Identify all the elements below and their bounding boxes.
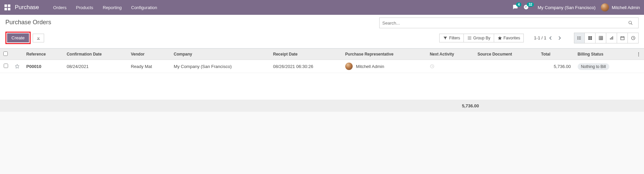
svg-rect-12 (588, 36, 590, 38)
menu-reporting[interactable]: Reporting (98, 5, 126, 10)
filters-label: Filters (449, 36, 460, 40)
table-row[interactable]: P00010 08/24/2021 Ready Mat My Company (… (0, 60, 644, 73)
import-button[interactable] (33, 34, 44, 42)
svg-rect-22 (611, 37, 612, 40)
messages-badge: 4 (516, 2, 521, 7)
main-menu: Orders Products Reporting Configuration (49, 5, 162, 10)
cell-source-document (474, 60, 538, 73)
header-checkbox[interactable] (0, 49, 11, 60)
svg-rect-21 (610, 38, 611, 40)
svg-rect-3 (8, 8, 10, 10)
cell-purchase-rep: Mitchell Admin (342, 60, 426, 73)
create-highlight: Create (5, 32, 31, 44)
svg-rect-9 (579, 38, 581, 38)
svg-rect-11 (579, 39, 581, 39)
app-name[interactable]: Purchase (15, 4, 39, 11)
svg-rect-2 (4, 8, 7, 10)
svg-point-10 (577, 39, 578, 39)
col-confirmation-date[interactable]: Confirmation Date (63, 49, 128, 60)
svg-rect-1 (8, 4, 10, 7)
pager: 1-1 / 1 (534, 34, 564, 42)
favorites-button[interactable]: Favorites (494, 34, 524, 42)
billing-status-badge: Nothing to Bill (578, 63, 609, 70)
cell-reference: P00010 (23, 60, 63, 73)
search-box[interactable] (379, 18, 639, 28)
menu-products[interactable]: Products (71, 5, 98, 10)
svg-point-8 (577, 37, 578, 38)
cell-next-activity-icon[interactable] (426, 60, 474, 73)
activities-badge: 32 (527, 2, 534, 7)
col-total[interactable]: Total (538, 49, 574, 60)
cell-billing-status: Nothing to Bill (574, 60, 633, 73)
footer-total: 5,736.00 (449, 100, 482, 112)
menu-configuration[interactable]: Configuration (126, 5, 162, 10)
calendar-view-icon[interactable] (617, 33, 628, 43)
activities-icon[interactable]: 32 (523, 4, 529, 11)
svg-point-4 (629, 21, 632, 24)
view-switcher (574, 33, 639, 43)
favorites-label: Favorites (504, 36, 520, 40)
groupby-label: Group By (473, 36, 490, 40)
select-all-checkbox[interactable] (3, 51, 8, 56)
filters-button[interactable]: Filters (439, 34, 464, 42)
user-menu[interactable]: Mitchell Admin (612, 5, 640, 10)
rep-name: Mitchell Admin (356, 64, 384, 69)
col-next-activity[interactable]: Next Activity (426, 49, 474, 60)
cell-vendor: Ready Mat (127, 60, 170, 73)
kanban-view-icon[interactable] (585, 33, 595, 43)
messages-icon[interactable]: 4 (513, 4, 518, 11)
apps-icon[interactable] (4, 4, 11, 11)
svg-rect-16 (599, 36, 603, 40)
list-view-icon[interactable] (574, 33, 585, 43)
graph-view-icon[interactable] (606, 33, 617, 43)
filter-buttons: Filters Group By Favorites (439, 34, 524, 42)
rep-avatar (345, 63, 353, 70)
svg-rect-0 (4, 4, 7, 7)
cell-total: 5,736.00 (538, 60, 574, 73)
top-nav-bar: Purchase Orders Products Reporting Confi… (0, 0, 644, 15)
orders-table: Reference Confirmation Date Vendor Compa… (0, 48, 644, 73)
footer-row: 5,736.00 (0, 100, 644, 112)
pager-prev-icon[interactable] (546, 34, 555, 42)
svg-rect-14 (588, 38, 590, 40)
priority-star-icon[interactable] (11, 60, 23, 73)
pager-next-icon[interactable] (555, 34, 564, 42)
svg-point-6 (577, 36, 578, 37)
company-switcher[interactable]: My Company (San Francisco) (538, 5, 595, 10)
col-purchase-rep[interactable]: Purchase Representative (342, 49, 426, 60)
col-options-icon[interactable]: ⋮ (633, 49, 644, 60)
control-panel: Purchase Orders Create Filters (0, 15, 644, 48)
col-billing-status[interactable]: Billing Status (574, 49, 633, 60)
cell-confirmation-date: 08/24/2021 (63, 60, 128, 73)
svg-rect-7 (579, 36, 581, 37)
user-avatar[interactable] (601, 3, 609, 11)
col-reference[interactable]: Reference (23, 49, 63, 60)
pivot-view-icon[interactable] (595, 33, 606, 43)
search-input[interactable] (380, 18, 628, 28)
col-vendor[interactable]: Vendor (127, 49, 170, 60)
page-title: Purchase Orders (5, 19, 51, 26)
cell-company: My Company (San Francisco) (170, 60, 270, 73)
create-button[interactable]: Create (7, 33, 29, 42)
svg-rect-24 (620, 36, 624, 39)
activity-view-icon[interactable] (628, 33, 639, 43)
pager-value[interactable]: 1-1 / 1 (534, 35, 546, 40)
search-icon[interactable] (628, 21, 638, 25)
svg-line-5 (631, 24, 633, 25)
row-checkbox[interactable] (4, 64, 8, 68)
svg-rect-13 (590, 36, 592, 38)
cell-receipt-date: 08/26/2021 06:30:26 (270, 60, 342, 73)
col-company[interactable]: Company (170, 49, 270, 60)
menu-orders[interactable]: Orders (49, 5, 71, 10)
svg-rect-23 (612, 36, 613, 39)
empty-area (0, 73, 644, 100)
col-receipt-date[interactable]: Receipt Date (270, 49, 342, 60)
svg-rect-15 (590, 38, 592, 40)
col-source-document[interactable]: Source Document (474, 49, 538, 60)
groupby-button[interactable]: Group By (464, 34, 494, 42)
